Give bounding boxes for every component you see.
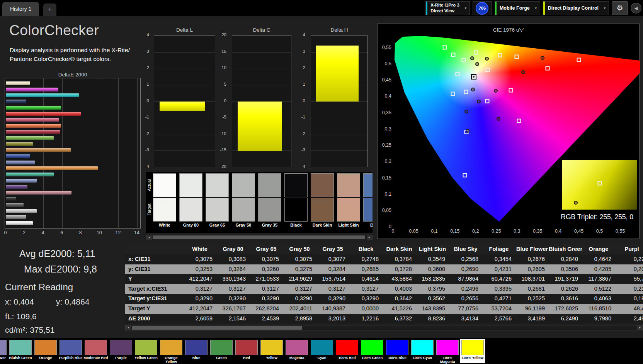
- scroll-left-arrow[interactable]: ◄: [126, 325, 131, 330]
- patch-button-100-yellow[interactable]: 100% Yellow: [460, 339, 485, 363]
- patch-label: 100% Red: [335, 356, 359, 360]
- deltae-bar-row: [6, 123, 137, 129]
- value-cell: 3,4134: [449, 314, 482, 324]
- value-cell: 3,2013: [316, 314, 349, 324]
- value-cell: 87,9864: [449, 274, 482, 284]
- patch-button-moderate-red[interactable]: Moderate Red: [83, 339, 108, 363]
- value-cell: 412,2047: [183, 274, 216, 284]
- deltae-bar: [6, 185, 27, 189]
- patch-swatch: [260, 340, 283, 355]
- row-label: y: CIE31: [125, 264, 183, 274]
- value-cell: 43,5884: [383, 274, 416, 284]
- value-cell: 2,5766: [482, 314, 515, 324]
- value-cell: 0,2568: [449, 254, 482, 264]
- deltae-bar-row: [6, 184, 137, 190]
- value-cell: 0,3728: [383, 264, 416, 274]
- column-header: Blue Sky: [449, 244, 482, 254]
- patch-button-magenta[interactable]: Magenta: [284, 339, 309, 363]
- measured-marker: [494, 89, 498, 93]
- deltae-bar: [6, 112, 81, 116]
- patch-button-bluish-green[interactable]: Bluish Green: [8, 339, 33, 363]
- scrollbar-thumb[interactable]: [132, 326, 302, 330]
- value-cell: 53,7204: [482, 304, 515, 314]
- patch-button-cyan[interactable]: Cyan: [310, 339, 334, 363]
- patch-button-yellow-green[interactable]: Yellow Green: [134, 339, 158, 363]
- target-marker: [509, 88, 513, 93]
- value-cell: 55,7: [615, 274, 643, 284]
- display-control-dropdown[interactable]: Direct Display Control ▼: [543, 1, 609, 15]
- value-cell: 48,4: [615, 304, 643, 314]
- delta-c-tick-label: -20: [213, 164, 228, 169]
- column-header: Blue Flower: [515, 244, 549, 254]
- row-label: Target x:CIE31: [125, 284, 183, 294]
- swatch-comparison-strip: Actual Target WhiteGray 80Gray 65Gray 50…: [146, 172, 373, 233]
- patch-button-blue-flower[interactable]: Blue Flower: [0, 339, 8, 363]
- cie-panel: CIE 1976 u'v' RGB Triplet: 255, 255, 0 0…: [377, 24, 640, 239]
- patch-button-purple[interactable]: Purple: [109, 339, 133, 363]
- patch-button-orange[interactable]: Orange: [33, 339, 58, 363]
- target-swatch: [337, 198, 360, 222]
- value-cell: 0,3290: [183, 294, 216, 304]
- value-cell: 2,1546: [216, 314, 250, 324]
- patch-button-purplish-blue[interactable]: Purplish Blue: [58, 339, 83, 363]
- patch-button-100-green[interactable]: 100% Green: [360, 339, 384, 363]
- scroll-left-arrow[interactable]: ◄: [146, 235, 152, 240]
- cie-x-tick-label: 0,2: [472, 229, 479, 234]
- patch-swatch: [135, 340, 157, 355]
- delta-c-plot: [232, 36, 291, 167]
- deltae-bar-row: [6, 196, 137, 202]
- deltae-bar: [6, 106, 61, 110]
- max-de2000: Max dE2000: 9,8: [24, 264, 97, 275]
- row-label: x: CIE31: [125, 254, 183, 264]
- value-cell: 0,3075: [283, 254, 316, 264]
- measured-marker: [485, 57, 489, 61]
- patch-swatch: [235, 340, 258, 355]
- source-dropdown[interactable]: Mobile Forge ▼: [495, 1, 540, 15]
- value-cell: 117,3867: [582, 274, 615, 284]
- actual-swatch: [258, 173, 281, 197]
- measured-marker: [475, 62, 479, 66]
- new-tab-button[interactable]: +: [43, 3, 56, 16]
- value-cell: 1,2216: [349, 314, 383, 324]
- patch-swatch: [160, 340, 182, 355]
- actual-swatch: [363, 173, 373, 197]
- patch-button-green[interactable]: Green: [209, 339, 234, 363]
- inset-measured-marker: [574, 201, 578, 205]
- delta-c-title: Delta C: [232, 27, 291, 33]
- patch-button-orange-yellow[interactable]: Orange Yellow: [159, 339, 184, 363]
- scroll-right-arrow[interactable]: ►: [637, 325, 643, 330]
- tab-history-1[interactable]: History 1: [2, 2, 39, 16]
- patch-button-100-blue[interactable]: 100% Blue: [385, 339, 410, 363]
- patch-button-red[interactable]: Red: [234, 339, 259, 363]
- deltae-bar-row: [6, 80, 137, 86]
- swatch-label: Black: [284, 223, 308, 227]
- patch-button-100-red[interactable]: 100% Red: [335, 339, 359, 363]
- scrollbar-thumb[interactable]: [153, 235, 365, 239]
- patch-label: Bluish Green: [8, 356, 33, 360]
- patch-label: Green: [209, 356, 234, 360]
- patch-button-yellow[interactable]: Yellow: [259, 339, 284, 363]
- delta-h-title: Delta H: [311, 27, 368, 33]
- deltae-bars: [6, 80, 137, 226]
- patch-label: Yellow Green: [134, 356, 158, 360]
- value-cell: 9,7980: [582, 314, 615, 324]
- patch-swatch: [34, 340, 57, 355]
- swatch-column: White: [153, 173, 176, 227]
- patch-button-100-magenta[interactable]: 100% Magenta: [435, 339, 460, 363]
- patch-button-100-cyan[interactable]: 100% Cyan: [410, 339, 435, 363]
- delta-c-tick-label: 0: [213, 98, 228, 103]
- badge-value: 706: [476, 2, 488, 15]
- settings-button[interactable]: ⚙: [612, 1, 628, 15]
- value-cell: 0,3127: [316, 284, 349, 294]
- value-cell: 0,3127: [283, 284, 316, 294]
- scroll-right-arrow[interactable]: ►: [367, 235, 372, 240]
- collapse-panel-button[interactable]: ◀: [631, 3, 641, 14]
- value-cell: 0,3549: [416, 254, 449, 264]
- patch-button-blue[interactable]: Blue: [184, 339, 209, 363]
- value-cell: 0,2840: [549, 254, 582, 264]
- deltae-bar: [6, 161, 35, 164]
- value-cell: 0,3506: [549, 264, 582, 274]
- value-cell: 140,9387: [316, 304, 349, 314]
- meter-status-badge[interactable]: 706: [473, 1, 492, 15]
- meter-dropdown[interactable]: X-Rite i1Pro 3Direct View ▼: [425, 1, 470, 15]
